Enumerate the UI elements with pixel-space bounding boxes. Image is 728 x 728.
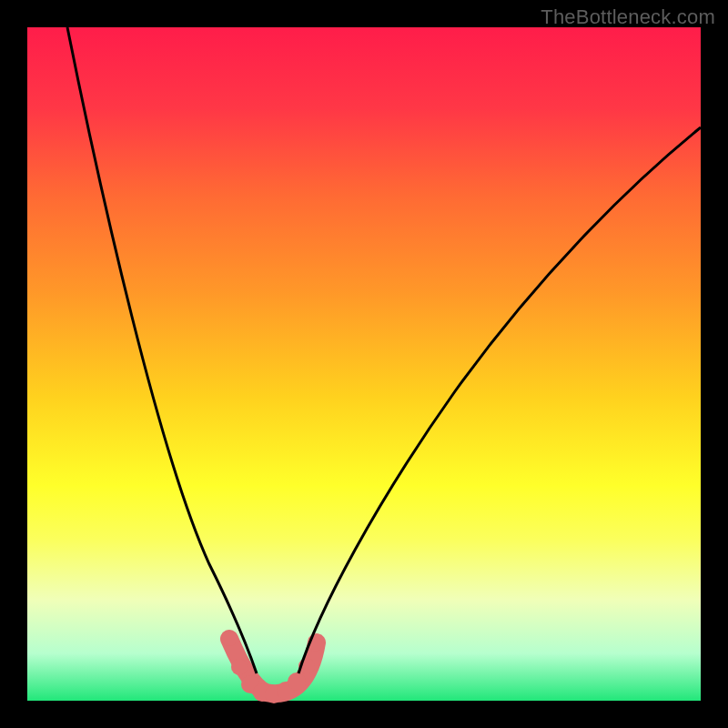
- valley-dot: [231, 659, 248, 675]
- chart-frame: TheBottleneck.com: [0, 0, 728, 728]
- watermark-text: TheBottleneck.com: [541, 5, 715, 29]
- right-curve: [298, 127, 701, 673]
- plot-area: [27, 27, 701, 701]
- curve-layer: [27, 27, 701, 701]
- valley-dot: [222, 632, 237, 646]
- valley-dot: [288, 672, 306, 691]
- left-curve: [67, 27, 257, 673]
